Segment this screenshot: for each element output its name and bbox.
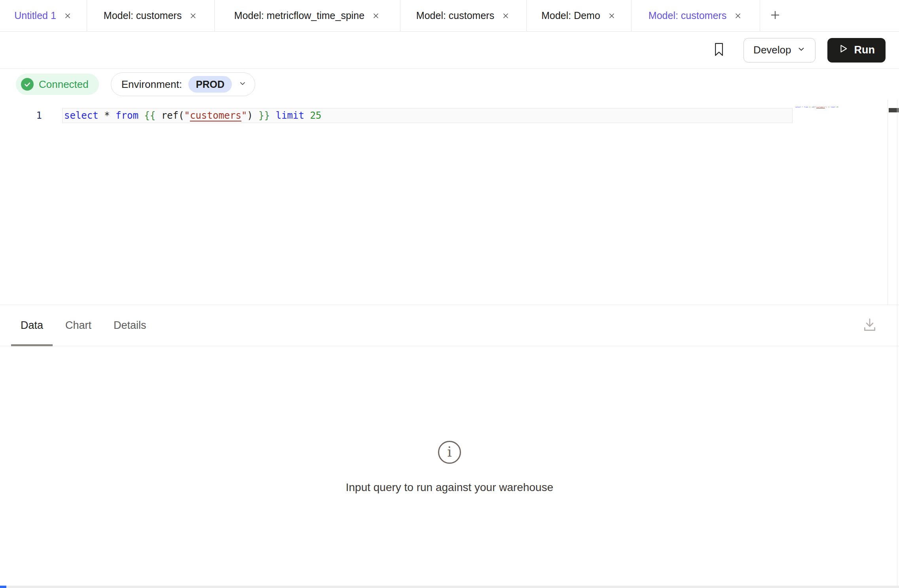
new-tab-button[interactable] (760, 0, 790, 31)
window-right-border (897, 100, 897, 586)
connection-status-badge: Connected (16, 74, 99, 95)
editor-tab-bar: Untitled 1 Model: customers Model: metri… (0, 0, 899, 32)
develop-label: Develop (753, 44, 791, 56)
environment-value-chip: PROD (188, 76, 232, 93)
status-row: Connected Environment: PROD (0, 69, 899, 100)
develop-dropdown-button[interactable]: Develop (743, 38, 815, 63)
minimap-token: ref( (812, 106, 816, 108)
minimap-token: select (795, 106, 802, 108)
code-token: 25 (310, 110, 321, 121)
tab-label: Data (21, 319, 43, 332)
info-icon: i (438, 441, 461, 464)
code-token-ref-model[interactable]: customers (190, 110, 241, 121)
tab-model-demo[interactable]: Model: Demo (527, 0, 632, 31)
window-bottom-strip (0, 586, 899, 588)
results-panel: Data Chart Details i Input query to run … (0, 305, 899, 588)
results-tab-bar: Data Chart Details (0, 305, 899, 346)
close-icon[interactable] (63, 11, 72, 21)
sql-editor[interactable]: 1 select * from {{ ref("customers") }} l… (0, 100, 899, 305)
plus-icon (769, 9, 781, 23)
minimap-token: from (804, 106, 809, 108)
close-icon[interactable] (501, 11, 510, 21)
tab-label: Chart (65, 319, 91, 332)
code-token: ) (247, 110, 258, 121)
line-number: 1 (0, 108, 63, 123)
tab-label: Details (114, 319, 146, 332)
tab-label: Model: customers (104, 10, 182, 21)
close-icon[interactable] (607, 11, 616, 21)
check-circle-icon (21, 78, 34, 91)
tab-details[interactable]: Details (104, 305, 156, 346)
tab-chart[interactable]: Chart (56, 305, 101, 346)
toolbar: Develop Run (0, 32, 899, 69)
close-icon[interactable] (733, 11, 743, 21)
code-token: ref( (161, 110, 184, 121)
tab-model-customers-2[interactable]: Model: customers (400, 0, 527, 31)
run-button[interactable]: Run (827, 38, 886, 63)
download-button[interactable] (861, 317, 878, 334)
environment-label: Environment: (121, 78, 182, 91)
empty-state: i Input query to run against your wareho… (0, 346, 899, 588)
tab-label: Model: customers (416, 10, 494, 21)
code-token: }} (258, 110, 275, 121)
tab-model-customers-1[interactable]: Model: customers (87, 0, 215, 31)
minimap-token: customers (816, 106, 825, 108)
tab-label: Model: customers (649, 10, 726, 21)
close-icon[interactable] (188, 11, 198, 21)
chevron-down-icon (797, 44, 806, 56)
info-glyph: i (447, 445, 452, 459)
tab-model-metricflow-time-spine[interactable]: Model: metricflow_time_spine (215, 0, 400, 31)
code-token: select (64, 110, 104, 121)
minimap-token: {{ (809, 106, 812, 108)
download-icon (862, 317, 878, 334)
active-code-line[interactable]: select * from {{ ref("customers") }} lim… (62, 108, 793, 123)
bookmark-icon (713, 42, 725, 58)
code-token: {{ (144, 110, 161, 121)
ide-window: Untitled 1 Model: customers Model: metri… (0, 0, 899, 588)
chevron-down-icon (238, 79, 247, 89)
bottom-left-accent (0, 586, 6, 588)
tab-untitled-1[interactable]: Untitled 1 (0, 0, 87, 31)
tab-model-customers-3[interactable]: Model: customers (632, 0, 760, 31)
bookmark-button[interactable] (710, 42, 728, 59)
connection-status-label: Connected (39, 78, 89, 91)
run-label: Run (854, 44, 875, 56)
tab-label: Model: metricflow_time_spine (234, 10, 364, 21)
play-icon (838, 44, 848, 57)
code-token: from (116, 110, 144, 121)
code-line: select * from {{ ref("customers") }} lim… (63, 110, 321, 121)
environment-dropdown[interactable]: Environment: PROD (111, 72, 255, 96)
editor-minimap[interactable]: select * from {{ ref("customers") }} lim… (795, 105, 835, 109)
close-icon[interactable] (371, 11, 381, 21)
tab-label: Model: Demo (541, 10, 600, 21)
tab-data[interactable]: Data (11, 305, 53, 346)
minimap-token: limit (831, 106, 836, 108)
code-token: " (184, 110, 190, 121)
empty-state-message: Input query to run against your warehous… (346, 481, 554, 494)
code-token: limit (276, 110, 310, 121)
tab-label: Untitled 1 (14, 10, 56, 21)
code-token: " (241, 110, 247, 121)
minimap-token: 25 (836, 106, 838, 108)
code-token: * (104, 110, 116, 121)
